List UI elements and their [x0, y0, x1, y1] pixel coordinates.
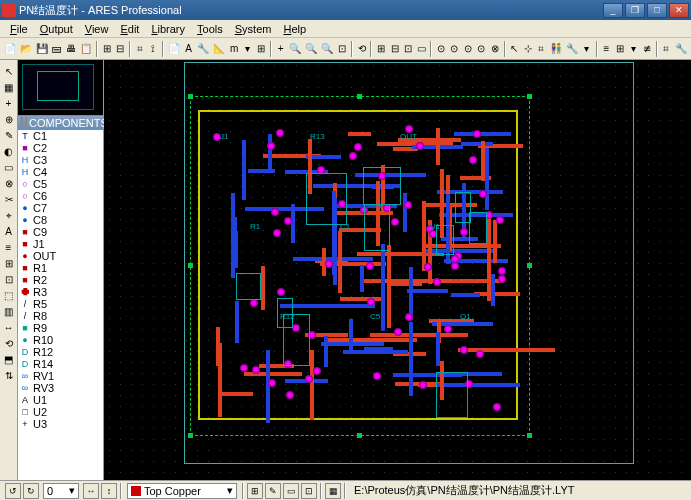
- toolbar-btn-35[interactable]: ⊙: [449, 40, 460, 58]
- toolbar-btn-41[interactable]: ⊹: [522, 40, 533, 58]
- toolbar-btn-7[interactable]: ⊞: [101, 40, 112, 58]
- toolbar-btn-13[interactable]: 📄: [167, 40, 181, 58]
- left-tool-8[interactable]: ✂: [2, 193, 16, 207]
- component-item[interactable]: TC1: [18, 130, 103, 142]
- left-tool-10[interactable]: A: [2, 225, 16, 239]
- toolbar-btn-10[interactable]: ⌗: [134, 40, 145, 58]
- component-item[interactable]: ∞RV1: [18, 370, 103, 382]
- component-item[interactable]: ■R9: [18, 322, 103, 334]
- tool-3[interactable]: ▭: [283, 483, 299, 499]
- component-item[interactable]: ●C7: [18, 202, 103, 214]
- toolbar-btn-37[interactable]: ⊙: [476, 40, 487, 58]
- toolbar-btn-44[interactable]: 🔧: [565, 40, 579, 58]
- component-item[interactable]: ■C9: [18, 226, 103, 238]
- component-item[interactable]: ○C6: [18, 190, 103, 202]
- left-tool-14[interactable]: ⬚: [2, 289, 16, 303]
- toolbar-btn-47[interactable]: ≡: [601, 40, 612, 58]
- menu-view[interactable]: View: [79, 23, 115, 35]
- toolbar-btn-49[interactable]: ▾: [628, 40, 639, 58]
- component-item[interactable]: +U3: [18, 418, 103, 430]
- menu-help[interactable]: Help: [277, 23, 312, 35]
- close-button[interactable]: ✕: [669, 3, 689, 18]
- left-tool-15[interactable]: ▥: [2, 305, 16, 319]
- toolbar-btn-45[interactable]: ▾: [581, 40, 592, 58]
- toolbar-btn-0[interactable]: 📄: [3, 40, 17, 58]
- list-btn-2[interactable]: [25, 117, 27, 127]
- component-item[interactable]: /R5: [18, 298, 103, 310]
- component-item[interactable]: ○C5: [18, 178, 103, 190]
- rotation-combo[interactable]: 0▾: [43, 483, 79, 499]
- tool-4[interactable]: ⊡: [301, 483, 317, 499]
- left-tool-12[interactable]: ⊞: [2, 257, 16, 271]
- toolbar-btn-15[interactable]: 🔧: [196, 40, 210, 58]
- toolbar-btn-53[interactable]: 🔧: [674, 40, 688, 58]
- component-item[interactable]: ■C2: [18, 142, 103, 154]
- rotate-ccw-button[interactable]: ↺: [5, 483, 21, 499]
- toolbar-btn-23[interactable]: 🔍: [304, 40, 318, 58]
- restore-button[interactable]: ❐: [625, 3, 645, 18]
- layer-combo[interactable]: Top Copper▾: [127, 483, 237, 499]
- toolbar-btn-27[interactable]: ⟲: [356, 40, 367, 58]
- toolbar-btn-52[interactable]: ⌗: [661, 40, 672, 58]
- component-list[interactable]: TC1■C2HC3HC4○C5○C6●C7●C8■C9■J1●OUT■R1■R2…: [18, 130, 103, 480]
- left-tool-18[interactable]: ⬒: [2, 353, 16, 367]
- component-item[interactable]: HC4: [18, 166, 103, 178]
- component-item[interactable]: 🞧R3: [18, 286, 103, 298]
- toolbar-btn-5[interactable]: 📋: [79, 40, 93, 58]
- toolbar-btn-42[interactable]: ⌗: [536, 40, 547, 58]
- left-tool-3[interactable]: ⊕: [2, 113, 16, 127]
- toolbar-btn-38[interactable]: ⊗: [489, 40, 500, 58]
- left-tool-1[interactable]: ▦: [2, 81, 16, 95]
- menu-output[interactable]: Output: [34, 23, 79, 35]
- preview-box[interactable]: [22, 64, 94, 110]
- component-item[interactable]: □U2: [18, 406, 103, 418]
- left-tool-9[interactable]: ⌖: [2, 209, 16, 223]
- toolbar-btn-34[interactable]: ⊙: [435, 40, 446, 58]
- toolbar-btn-31[interactable]: ⊡: [402, 40, 413, 58]
- menu-edit[interactable]: Edit: [114, 23, 145, 35]
- menu-file[interactable]: File: [4, 23, 34, 35]
- left-tool-16[interactable]: ↔: [2, 321, 16, 335]
- toolbar-btn-11[interactable]: ⟟: [147, 40, 158, 58]
- left-tool-13[interactable]: ⊡: [2, 273, 16, 287]
- component-item[interactable]: /R8: [18, 310, 103, 322]
- component-item[interactable]: ●R10: [18, 334, 103, 346]
- tool-1[interactable]: ⊞: [247, 483, 263, 499]
- left-tool-2[interactable]: +: [2, 97, 16, 111]
- flip-h-button[interactable]: ↔: [83, 483, 99, 499]
- component-item[interactable]: [18, 430, 103, 442]
- toolbar-btn-29[interactable]: ⊞: [375, 40, 386, 58]
- toolbar-btn-8[interactable]: ⊟: [114, 40, 125, 58]
- toolbar-btn-43[interactable]: 👫: [549, 40, 563, 58]
- toolbar-btn-21[interactable]: +: [275, 40, 286, 58]
- component-item[interactable]: ∞RV3: [18, 382, 103, 394]
- menu-tools[interactable]: Tools: [191, 23, 229, 35]
- toolbar-btn-18[interactable]: ▾: [242, 40, 253, 58]
- toolbar-btn-36[interactable]: ⊙: [462, 40, 473, 58]
- toolbar-btn-19[interactable]: ⊞: [255, 40, 266, 58]
- rotate-cw-button[interactable]: ↻: [23, 483, 39, 499]
- left-tool-4[interactable]: ✎: [2, 129, 16, 143]
- component-item[interactable]: ■R2: [18, 274, 103, 286]
- component-item[interactable]: HC3: [18, 154, 103, 166]
- menu-library[interactable]: Library: [145, 23, 191, 35]
- component-item[interactable]: ■J1: [18, 238, 103, 250]
- tool-5[interactable]: ▦: [325, 483, 341, 499]
- toolbar-btn-3[interactable]: 🖴: [51, 40, 63, 58]
- component-item[interactable]: DR12: [18, 346, 103, 358]
- menu-system[interactable]: System: [229, 23, 278, 35]
- component-item[interactable]: ■R1: [18, 262, 103, 274]
- pcb-canvas[interactable]: J1R1R12R13C1C5OUTU1Q1: [104, 60, 691, 480]
- toolbar-btn-16[interactable]: 📐: [212, 40, 226, 58]
- toolbar-btn-14[interactable]: A: [183, 40, 194, 58]
- left-tool-0[interactable]: ↖: [2, 65, 16, 79]
- toolbar-btn-25[interactable]: ⊡: [336, 40, 347, 58]
- toolbar-btn-32[interactable]: ▭: [416, 40, 427, 58]
- maximize-button[interactable]: □: [647, 3, 667, 18]
- component-item[interactable]: AU1: [18, 394, 103, 406]
- toolbar-btn-48[interactable]: ⊞: [614, 40, 625, 58]
- left-tool-5[interactable]: ◐: [2, 145, 16, 159]
- flip-v-button[interactable]: ↕: [101, 483, 117, 499]
- minimize-button[interactable]: _: [603, 3, 623, 18]
- toolbar-btn-4[interactable]: 🖶: [65, 40, 77, 58]
